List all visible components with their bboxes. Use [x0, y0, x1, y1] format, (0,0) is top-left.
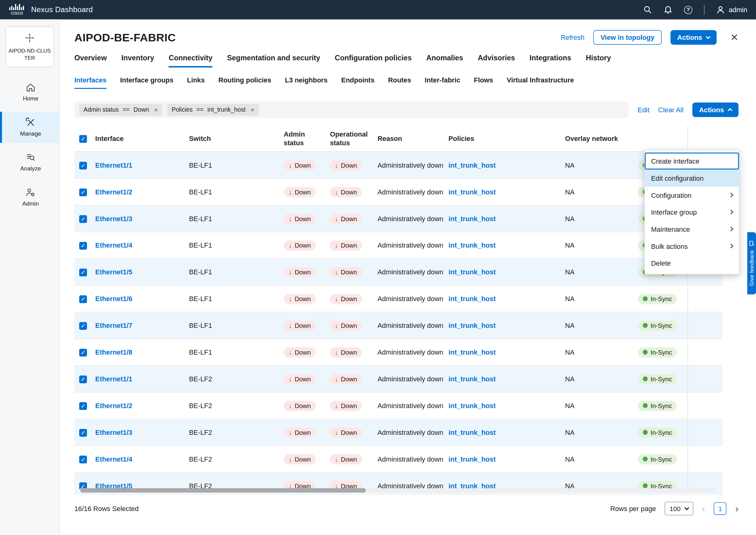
interfaces-table: Interface Switch Admin status Operationa… — [74, 126, 722, 495]
policy-link[interactable]: int_trunk_host — [448, 402, 495, 409]
row-checkbox[interactable] — [79, 455, 87, 463]
policy-link[interactable]: int_trunk_host — [448, 455, 495, 463]
subtab[interactable]: Endpoints — [341, 76, 375, 89]
interface-link[interactable]: Ethernet1/5 — [95, 268, 132, 276]
col-overlay-network[interactable]: Overlay network — [565, 134, 638, 143]
scrollbar-thumb[interactable] — [80, 488, 366, 493]
filter-chip[interactable]: Admin status == Down — [79, 104, 162, 115]
menu-item[interactable]: Interface group — [645, 203, 739, 220]
row-checkbox[interactable] — [79, 161, 87, 169]
policy-link[interactable]: int_trunk_host — [448, 214, 495, 222]
sidebar-item-manage[interactable]: Manage — [0, 112, 59, 143]
prev-page-icon[interactable] — [702, 504, 705, 513]
row-checkbox[interactable] — [79, 215, 87, 223]
row-checkbox[interactable] — [79, 295, 87, 303]
subtab[interactable]: Interface groups — [120, 76, 173, 89]
col-reason[interactable]: Reason — [378, 134, 448, 143]
policy-link[interactable]: int_trunk_host — [448, 322, 495, 329]
sidebar-item-analyze[interactable]: Analyze — [0, 147, 59, 178]
tab[interactable]: Anomalies — [426, 53, 463, 68]
subtab[interactable]: L3 neighbors — [285, 76, 327, 89]
row-checkbox[interactable] — [79, 375, 87, 383]
chip-close-icon[interactable] — [154, 107, 158, 112]
menu-item[interactable]: Delete — [645, 254, 739, 271]
row-checkbox[interactable] — [79, 322, 87, 330]
tab[interactable]: Configuration policies — [335, 53, 412, 68]
tab[interactable]: Advisories — [478, 53, 515, 68]
down-arrow-icon — [289, 269, 292, 275]
interface-link[interactable]: Ethernet1/2 — [95, 402, 132, 409]
subtab[interactable]: Routes — [388, 76, 411, 89]
tab[interactable]: Integrations — [529, 53, 571, 68]
menu-item[interactable]: Edit configuration — [645, 170, 739, 187]
col-operational-status[interactable]: Operational status — [330, 130, 378, 148]
clear-all-link[interactable]: Clear All — [658, 106, 683, 114]
interface-link[interactable]: Ethernet1/6 — [95, 295, 132, 303]
sidebar-item-admin[interactable]: Admin — [0, 182, 59, 213]
row-checkbox[interactable] — [79, 349, 87, 356]
refresh-link[interactable]: Refresh — [561, 34, 585, 42]
menu-item[interactable]: Configuration — [645, 187, 739, 204]
interface-link[interactable]: Ethernet1/3 — [95, 214, 132, 222]
policy-link[interactable]: int_trunk_host — [448, 348, 495, 356]
row-checkbox[interactable] — [79, 268, 87, 276]
filter-bar[interactable]: Admin status == Down Policies == int_tru… — [74, 101, 629, 118]
close-icon[interactable] — [731, 32, 739, 43]
interface-link[interactable]: Ethernet1/3 — [95, 428, 132, 436]
subtab[interactable]: Interfaces — [74, 76, 106, 89]
tab[interactable]: Overview — [74, 53, 107, 68]
view-in-topology-button[interactable]: View in topology — [593, 30, 662, 45]
subtab[interactable]: Flows — [474, 76, 493, 89]
row-checkbox[interactable] — [79, 188, 87, 196]
user-menu[interactable]: admin — [716, 5, 747, 14]
policy-link[interactable]: int_trunk_host — [448, 428, 495, 436]
menu-item[interactable]: Bulk actions — [645, 238, 739, 255]
cluster-selector[interactable]: AIPOD-ND-CLUSTER — [5, 26, 54, 67]
policy-link[interactable]: int_trunk_host — [448, 188, 495, 196]
menu-item[interactable]: Maintenance — [645, 220, 739, 238]
interface-link[interactable]: Ethernet1/4 — [95, 241, 132, 249]
give-feedback-tab[interactable]: Give feedback — [747, 232, 756, 294]
tab[interactable]: Inventory — [121, 53, 154, 68]
interface-link[interactable]: Ethernet1/8 — [95, 348, 132, 356]
subtab[interactable]: Inter-fabric — [425, 76, 460, 89]
policy-link[interactable]: int_trunk_host — [448, 268, 495, 276]
subtab[interactable]: Virtual Infrastructure — [507, 76, 574, 89]
table-actions-button[interactable]: Actions — [692, 103, 739, 117]
row-checkbox[interactable] — [79, 402, 87, 409]
policy-link[interactable]: int_trunk_host — [448, 375, 495, 383]
col-interface[interactable]: Interface — [95, 134, 189, 143]
interface-link[interactable]: Ethernet1/4 — [95, 455, 132, 463]
policy-link[interactable]: int_trunk_host — [448, 295, 495, 303]
subtab[interactable]: Routing policies — [218, 76, 271, 89]
subtab[interactable]: Links — [187, 76, 205, 89]
select-all-checkbox[interactable] — [79, 135, 87, 143]
edit-filter-link[interactable]: Edit — [638, 106, 650, 114]
help-icon[interactable] — [684, 6, 692, 14]
tab[interactable]: History — [586, 53, 611, 68]
col-admin-status[interactable]: Admin status — [284, 130, 330, 148]
menu-item[interactable]: Create interface — [645, 153, 739, 170]
tab[interactable]: Segmentation and security — [227, 53, 320, 68]
interface-link[interactable]: Ethernet1/2 — [95, 188, 132, 196]
sidebar-item-home[interactable]: Home — [0, 76, 59, 108]
row-checkbox[interactable] — [79, 429, 87, 436]
col-policies[interactable]: Policies — [448, 134, 565, 143]
chip-close-icon[interactable] — [250, 107, 255, 112]
next-page-icon[interactable] — [735, 504, 738, 513]
horizontal-scrollbar[interactable] — [79, 488, 716, 493]
current-page[interactable]: 1 — [714, 502, 727, 515]
policy-link[interactable]: int_trunk_host — [448, 241, 495, 249]
rows-per-page-select[interactable]: 100 — [665, 502, 693, 516]
notifications-icon[interactable] — [663, 5, 672, 14]
policy-link[interactable]: int_trunk_host — [448, 161, 495, 169]
col-switch[interactable]: Switch — [189, 134, 284, 143]
interface-link[interactable]: Ethernet1/1 — [95, 161, 132, 169]
interface-link[interactable]: Ethernet1/1 — [95, 375, 132, 383]
filter-chip[interactable]: Policies == int_trunk_host — [167, 104, 259, 115]
tab[interactable]: Connectivity — [169, 53, 212, 68]
page-actions-button[interactable]: Actions — [670, 30, 717, 45]
search-icon[interactable] — [643, 5, 652, 14]
row-checkbox[interactable] — [79, 242, 87, 249]
interface-link[interactable]: Ethernet1/7 — [95, 322, 132, 329]
